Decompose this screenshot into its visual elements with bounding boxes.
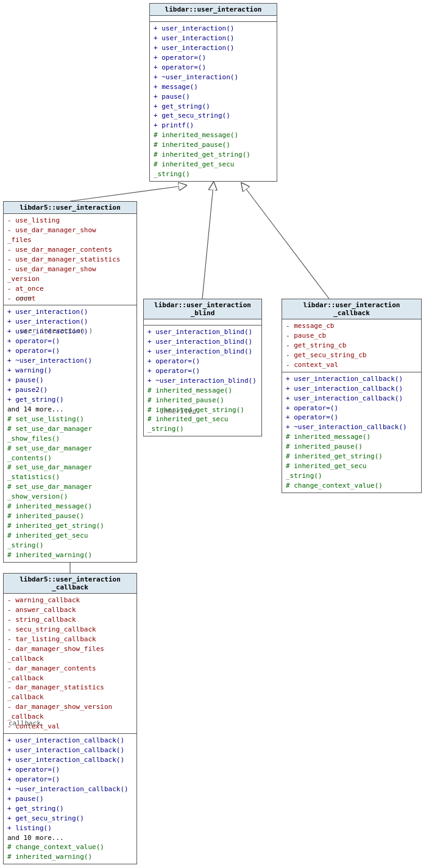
attr: - secu_string_callback [7,625,133,635]
method: # set_use_dar_manager [7,463,133,472]
attr: - use_listing [7,216,133,226]
method: # inherited_pause() [147,396,258,405]
class-methods-libdar5: + user_interaction() + user_interaction(… [4,305,136,561]
method: # inherited_get_secu [154,160,273,169]
attr: - string_callback [7,615,133,625]
method: # inherited_get_secu [7,531,133,541]
attr: - tar_listing_callback [7,635,133,644]
method: + pause() [7,794,133,804]
attr: - use_dar_manager_contents [7,245,133,255]
method: and 14 more... [7,405,133,414]
class-attributes-user-interaction [150,16,277,22]
method: + ~user_interaction_callback() [286,422,417,432]
attr: - answer_callback [7,605,133,615]
attr: - get_secu_string_cb [286,350,417,360]
method: # inherited_message() [286,432,417,442]
method: + operator=() [7,775,133,784]
class-methods-user-interaction: + user_interaction() + user_interaction(… [150,22,277,181]
method: _string() [154,169,273,179]
method: + pause() [154,92,273,102]
method: and 10 more... [7,833,133,843]
method: + ~user_interaction_callback() [7,784,133,794]
method: _show_version() [7,492,133,502]
method: + pause2() [7,385,133,395]
method: + user_interaction_callback() [7,755,133,765]
method: + operator=() [286,404,417,413]
class-methods-blind: + user_interaction_blind() + user_intera… [144,326,261,436]
method: # change_context_value() [7,842,133,852]
method: + operator=() [286,413,417,422]
method: + operator=() [147,366,258,376]
method: + get_string() [7,395,133,405]
method: + ~user_interaction() [154,73,273,82]
method: + operator=() [7,346,133,356]
method: + user_interaction_callback() [286,384,417,394]
method: + user_interaction() [7,317,133,327]
class-user-interaction-callback: libdar::user_interaction_callback - mess… [282,299,422,493]
method: # inherited_warning() [7,550,133,560]
class-attrs-libdar5-callback: - warning_callback - answer_callback - s… [4,594,136,734]
method: + get_string() [154,102,273,112]
method: + user_interaction() [154,24,273,34]
method: + user_interaction_blind() [147,347,258,357]
svg-line-3 [244,186,329,299]
method: + operator=() [154,53,273,63]
method: + operator=() [147,357,258,366]
method: _statistics() [7,472,133,482]
attr: - dar_manager_statistics [7,683,133,692]
method: + user_interaction() [154,34,273,43]
attr: - warning_callback [7,596,133,605]
attr: - dar_manager_show_version [7,702,133,712]
method: + user_interaction_blind() [147,337,258,347]
class-libdar5-user-interaction: libdar5::user_interaction - use_listing … [3,201,137,563]
inherited-label: inherited [160,407,196,415]
method: # set_use_listing() [7,414,133,424]
class-title-callback: libdar::user_interaction_callback [282,299,421,319]
class-attrs-libdar5: - use_listing - use_dar_manager_show _fi… [4,214,136,305]
method: # inherited_get_secu [286,461,417,471]
method: # inherited_pause() [7,511,133,521]
method: + get_secu_string() [154,111,273,121]
class-attrs-blind [144,319,261,326]
method: + user_interaction_blind() [147,327,258,337]
method: + operator=() [154,63,273,73]
method: + ~user_interaction_blind() [147,376,258,386]
attr: - message_cb [286,321,417,331]
class-user-interaction-blind: libdar::user_interaction_blind + user_in… [143,299,262,436]
attr: - use_dar_manager_show [7,265,133,274]
attr: - dar_manager_contents [7,664,133,674]
method: # inherited_warning() [7,852,133,862]
method: + user_interaction_callback() [7,745,133,755]
method: + user_interaction_callback() [7,736,133,745]
method: # inherited_get_string() [286,452,417,461]
method: _string() [286,471,417,481]
method: # set_use_dar_manager [7,444,133,454]
attr: - pause_cb [286,331,417,341]
method: + message() [154,82,273,92]
method: # inherited_get_secu [147,414,258,424]
method: + operator=() [7,765,133,775]
svg-line-1 [70,186,183,201]
method: # inherited_pause() [154,140,273,150]
method: # inherited_message() [147,386,258,396]
method: # inherited_pause() [286,442,417,452]
method: + printf() [154,121,273,130]
method: # inherited_get_string() [154,150,273,160]
class-title-libdar5-callback: libdar5::user_interaction_callback [4,574,136,594]
method: + warning() [7,366,133,375]
method: + get_string() [7,804,133,814]
attr: - context_val [286,360,417,370]
attr: - use_dar_manager_show [7,226,133,235]
method: # set_use_dar_manager [7,424,133,434]
method: + user_interaction_callback() [286,394,417,404]
class-title-blind: libdar::user_interaction_blind [144,299,261,319]
method: # inherited_get_string() [7,521,133,531]
once-label: once [15,294,32,302]
attr: _callback [7,654,133,664]
method: _string() [7,541,133,550]
method: + operator=() [7,336,133,346]
method: _contents() [7,454,133,463]
class-methods-libdar5-callback: + user_interaction_callback() + user_int… [4,734,136,864]
attr: - at_once [7,284,133,294]
class-title-user-interaction: libdar::user_interaction [150,4,277,16]
